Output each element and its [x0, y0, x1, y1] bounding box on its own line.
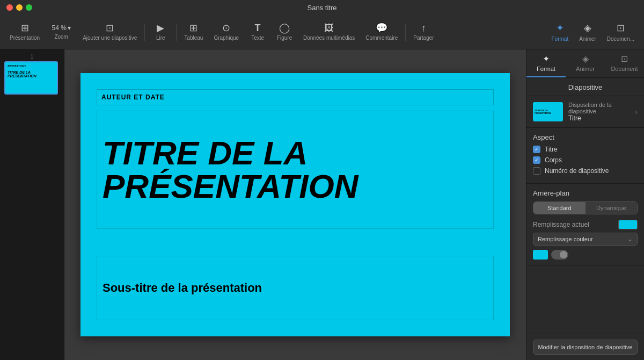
animer-icon: ◈ — [584, 22, 591, 34]
aspect-title: Aspect — [533, 133, 638, 141]
play-icon: ▶ — [157, 23, 164, 33]
layout-thumb: TITRE DE LA PRÉSENTATION — [533, 102, 563, 121]
toolbar-separator-1 — [144, 24, 145, 41]
panel-tabs: ✦ Format ◈ Animer ⊡ Document — [526, 49, 644, 78]
tab-document-icon: ⊡ — [621, 54, 628, 64]
layout-thumb-text: TITRE DE LA PRÉSENTATION — [533, 107, 563, 116]
toolbar-media[interactable]: 🖼 Données multimédias — [298, 21, 360, 43]
chevron-down-icon: › — [635, 107, 638, 116]
layout-info-title: Disposition de la diapositive — [568, 102, 630, 114]
checkbox-titre[interactable] — [533, 146, 540, 153]
modify-layout-button[interactable]: Modifier la disposition de diapositive — [533, 340, 638, 355]
media-icon: 🖼 — [324, 23, 334, 33]
traffic-lights — [6, 4, 32, 11]
mini-slide-1: AUTEUR ET DATE TITRE DE LA PRÉSENTATION — [5, 62, 57, 93]
close-button[interactable] — [6, 4, 13, 11]
mini-title: TITRE DE LA PRÉSENTATION — [8, 69, 55, 80]
fill-dropdown[interactable]: Remplissage couleur ⌄ — [533, 233, 638, 246]
window-title: Sans titre — [308, 4, 337, 12]
author-text: AUTEUR ET DATE — [101, 93, 165, 101]
dropdown-arrow-icon: ⌄ — [627, 235, 633, 243]
checkbox-corps[interactable] — [533, 156, 540, 164]
toolbar-tableau[interactable]: ⊞ Tableau — [179, 21, 208, 43]
color-toggle[interactable] — [551, 250, 568, 260]
toolbar-figure[interactable]: ◯ Figure — [271, 21, 298, 43]
zoom-value: 54 % ▾ — [52, 24, 70, 32]
toolbar-format[interactable]: ✦ Format — [546, 20, 574, 44]
commentaire-label: Commentaire — [365, 35, 398, 41]
mini-author: AUTEUR ET DATE — [8, 64, 26, 67]
toolbar-add-slide[interactable]: ⊡ Ajouter une diapositive — [77, 21, 142, 43]
toolbar-play[interactable]: ▶ Lire — [147, 21, 174, 43]
bg-dynamique-button[interactable]: Dynamique — [586, 202, 638, 214]
color-swatch[interactable] — [533, 250, 548, 260]
right-panel: ✦ Format ◈ Animer ⊡ Document Diapositive… — [526, 49, 644, 360]
checkbox-numero-label: Numéro de diapositive — [545, 167, 609, 175]
checkbox-corps-label: Corps — [545, 156, 562, 164]
slides-panel: 1 AUTEUR ET DATE TITRE DE LA PRÉSENTATIO… — [0, 49, 64, 360]
bottom-section: Modifier la disposition de diapositive — [526, 334, 644, 360]
format-label: Format — [552, 36, 569, 42]
background-section: Arrière-plan Standard Dynamique Rempliss… — [526, 184, 644, 265]
layout-info: Disposition de la diapositive Titre — [568, 102, 630, 122]
subtitle-text: Sous-titre de la présentation — [103, 281, 262, 295]
layout-preview[interactable]: TITRE DE LA PRÉSENTATION Disposition de … — [526, 96, 644, 128]
commentaire-icon: 💬 — [376, 23, 387, 33]
color-toggle-row — [533, 250, 638, 260]
fill-label: Remplissage actuel — [533, 221, 589, 228]
checkbox-corps-row: Corps — [533, 156, 638, 164]
toolbar-animer[interactable]: ◈ Animer — [574, 20, 602, 44]
partager-label: Partager — [413, 35, 434, 41]
background-buttons: Standard Dynamique — [533, 201, 638, 214]
aspect-section: Aspect Titre Corps Numéro de diapositive — [526, 128, 644, 184]
presentation-icon: ⊞ — [21, 23, 29, 33]
toolbar-texte[interactable]: T Texte — [244, 21, 271, 43]
layout-info-name: Titre — [568, 114, 630, 122]
tab-document[interactable]: ⊡ Document — [605, 49, 644, 77]
figure-label: Figure — [277, 35, 292, 41]
toolbar: ⊞ Présentation 54 % ▾ Zoom ⊡ Ajouter une… — [0, 15, 644, 49]
checkbox-titre-label: Titre — [545, 146, 558, 153]
toolbar-document[interactable]: ⊡ Documen... — [602, 20, 640, 44]
slide-thumb-1[interactable]: 1 AUTEUR ET DATE TITRE DE LA PRÉSENTATIO… — [4, 54, 60, 95]
slide-number-1: 1 — [4, 54, 60, 60]
document-icon: ⊡ — [617, 22, 625, 34]
subtitle-box[interactable]: Sous-titre de la présentation — [97, 256, 494, 320]
minimize-button[interactable] — [16, 4, 23, 11]
add-slide-icon: ⊡ — [106, 23, 114, 33]
play-label: Lire — [156, 35, 165, 41]
maximize-button[interactable] — [26, 4, 32, 11]
toolbar-zoom[interactable]: 54 % ▾ Zoom — [45, 22, 77, 42]
toggle-knob — [560, 251, 567, 258]
zoom-label: Zoom — [54, 34, 68, 40]
main-area: 1 AUTEUR ET DATE TITRE DE LA PRÉSENTATIO… — [0, 49, 644, 360]
title-box[interactable]: TITRE DE LA PRÉSENTATION — [97, 111, 494, 229]
tableau-icon: ⊞ — [189, 23, 197, 33]
presentation-label: Présentation — [10, 35, 40, 41]
tableau-label: Tableau — [184, 35, 203, 41]
document-label: Documen... — [607, 36, 634, 42]
toolbar-graphique[interactable]: ⊙ Graphique — [208, 21, 244, 43]
add-slide-label: Ajouter une diapositive — [83, 35, 137, 41]
tab-document-label: Document — [611, 66, 638, 72]
toolbar-right: ✦ Format ◈ Animer ⊡ Documen... — [546, 20, 640, 44]
tab-format[interactable]: ✦ Format — [526, 49, 566, 77]
graphique-label: Graphique — [214, 35, 239, 41]
tab-format-icon: ✦ — [543, 54, 550, 64]
toolbar-commentaire[interactable]: 💬 Commentaire — [360, 21, 403, 43]
toolbar-partager[interactable]: ↑ Partager — [408, 21, 439, 43]
graphique-icon: ⊙ — [222, 23, 230, 33]
checkbox-numero[interactable] — [533, 167, 540, 175]
texte-label: Texte — [251, 35, 264, 41]
tab-animer[interactable]: ◈ Animer — [566, 49, 605, 77]
toolbar-separator-2 — [176, 24, 177, 41]
partager-icon: ↑ — [421, 23, 426, 33]
author-bar[interactable]: AUTEUR ET DATE — [97, 89, 494, 105]
fill-color-swatch[interactable] — [618, 220, 638, 229]
tab-animer-icon: ◈ — [582, 54, 589, 64]
bg-standard-button[interactable]: Standard — [533, 202, 586, 214]
format-icon: ✦ — [556, 22, 564, 34]
slide-canvas: AUTEUR ET DATE TITRE DE LA PRÉSENTATION … — [80, 73, 510, 336]
title-text: TITRE DE LA PRÉSENTATION — [103, 136, 488, 203]
toolbar-presentation[interactable]: ⊞ Présentation — [4, 21, 45, 43]
